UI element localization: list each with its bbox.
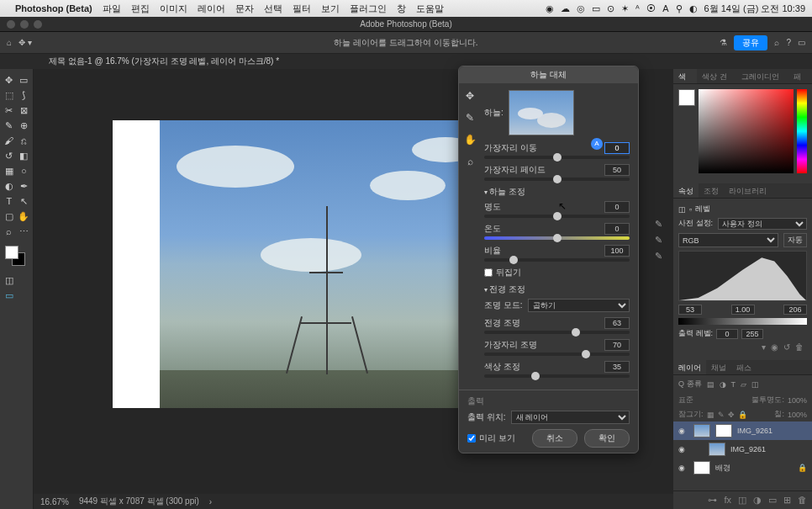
lock-pos-icon[interactable]: ✥ (728, 411, 735, 419)
layer-name[interactable]: 배경 (715, 463, 730, 474)
menu-filter[interactable]: 필터 (293, 3, 311, 15)
close-window-icon[interactable] (7, 20, 15, 29)
more-tool-icon[interactable]: ⋯ (17, 224, 32, 239)
control-center-icon[interactable]: ◐ (689, 3, 698, 14)
trash-icon[interactable]: 🗑 (798, 495, 807, 506)
zoom-icon[interactable]: ⌕ (462, 154, 477, 169)
white-eyedropper-icon[interactable]: ✎ (655, 251, 662, 262)
layer-name[interactable]: IMG_9261 (737, 427, 772, 435)
brush-tool-icon[interactable]: 🖌 (2, 133, 17, 148)
tab-swatches[interactable]: 색상 견본 (697, 69, 736, 83)
menu-file[interactable]: 파일 (103, 3, 121, 15)
menu-help[interactable]: 도움말 (416, 3, 444, 15)
visibility-icon[interactable]: ◉ (678, 427, 688, 435)
layer-item[interactable]: ◉ 배경 🔒 (673, 459, 812, 477)
temperature-slider[interactable] (484, 236, 630, 240)
status-icon[interactable]: ☁ (561, 3, 570, 14)
status-icon[interactable]: ◉ (546, 3, 554, 14)
lasso-tool-icon[interactable]: ⟆ (17, 87, 32, 103)
edge-fade-input[interactable] (604, 164, 630, 176)
edge-fade-slider[interactable] (484, 178, 630, 181)
link-icon[interactable]: ⊶ (708, 495, 717, 506)
layer-name[interactable]: IMG_9261 (730, 445, 766, 453)
fg-color[interactable] (5, 246, 18, 259)
zoom-level[interactable]: 16.67% (40, 497, 69, 506)
menu-window[interactable]: 창 (397, 3, 406, 15)
sky-preset-picker[interactable] (509, 90, 574, 135)
tab-color[interactable]: 색상 (673, 69, 697, 83)
frame-tool-icon[interactable]: ⊠ (17, 103, 32, 118)
beaker-icon[interactable]: ⚗ (720, 38, 727, 47)
new-layer-icon[interactable]: ⊞ (783, 495, 791, 506)
artboard-tool-icon[interactable]: ▭ (17, 72, 32, 87)
fill-value[interactable]: 100% (788, 411, 807, 419)
share-button[interactable]: 공유 (734, 35, 767, 50)
history-brush-icon[interactable]: ↺ (2, 148, 17, 163)
layer-item[interactable]: ◉ IMG_9261 (673, 440, 812, 459)
filter-shape-icon[interactable]: ▱ (741, 380, 746, 389)
output-to-select[interactable]: 새 레이어 (511, 411, 630, 424)
temperature-input[interactable] (604, 223, 630, 235)
brightness-input[interactable] (604, 201, 630, 213)
hand-icon[interactable]: ✋ (462, 132, 477, 147)
layer-mask-thumb[interactable] (715, 424, 732, 437)
layer-thumb[interactable] (693, 461, 710, 475)
help-icon[interactable]: ? (786, 38, 791, 47)
color-adj-input[interactable] (604, 361, 630, 373)
tab-channels[interactable]: 채널 (706, 360, 731, 374)
tab-libraries[interactable]: 라이브러리 (724, 183, 772, 198)
filter-type-icon[interactable]: T (731, 380, 736, 389)
brightness-slider[interactable] (484, 215, 630, 218)
status-icon[interactable]: ✶ (621, 3, 629, 14)
shape-tool-icon[interactable]: ▢ (2, 209, 17, 224)
channel-select[interactable]: RGB (678, 233, 778, 247)
edge-light-slider[interactable] (484, 353, 630, 356)
document-tab[interactable]: 제목 없음-1 @ 16.7% (가장자리 조명 레벨, 레이어 마스크/8) … (42, 54, 286, 69)
layer-thumb[interactable] (709, 443, 725, 456)
menu-type[interactable]: 문자 (235, 3, 254, 15)
menu-layer[interactable]: 레이어 (198, 3, 225, 15)
marquee-tool-icon[interactable]: ⬚ (2, 87, 17, 103)
workspace-icon[interactable]: ▭ (798, 38, 805, 47)
preset-select[interactable]: 사용자 정의 (718, 218, 807, 230)
hand-tool-icon[interactable]: ✋ (17, 209, 32, 224)
pen-tool-icon[interactable]: ✒ (17, 178, 32, 194)
adjustment-icon[interactable]: ◑ (753, 495, 762, 506)
dodge-tool-icon[interactable]: ◐ (2, 178, 17, 194)
black-point-input[interactable] (678, 305, 702, 315)
edge-light-input[interactable] (604, 339, 630, 351)
minimize-window-icon[interactable] (20, 20, 29, 29)
fg-light-slider[interactable] (484, 331, 630, 334)
filter-smart-icon[interactable]: ◫ (751, 380, 759, 389)
move-tool-icon[interactable]: ✥ ▾ (18, 38, 32, 47)
color-adj-slider[interactable] (484, 374, 630, 378)
menu-edit[interactable]: 편집 (131, 3, 150, 15)
eraser-tool-icon[interactable]: ◧ (17, 148, 32, 163)
blend-mode-select[interactable]: 표준 (678, 395, 693, 406)
tab-layers[interactable]: 레이어 (673, 360, 706, 374)
lock-all-icon[interactable]: 🔒 (738, 411, 747, 419)
move-sky-icon[interactable]: ✥ (462, 88, 477, 103)
filter-adj-icon[interactable]: ◑ (720, 380, 726, 389)
status-icon[interactable]: ◎ (577, 3, 585, 14)
wifi-icon[interactable]: ⚲ (676, 3, 683, 14)
menu-image[interactable]: 이미지 (160, 3, 187, 15)
gray-eyedropper-icon[interactable]: ✎ (655, 235, 662, 246)
black-eyedropper-icon[interactable]: ✎ (655, 219, 662, 230)
crop-tool-icon[interactable]: ✂ (2, 103, 17, 118)
opacity-value[interactable]: 100% (788, 396, 807, 405)
gradient-tool-icon[interactable]: ▦ (2, 163, 17, 178)
visibility-icon[interactable]: ◉ (678, 445, 688, 453)
preview-checkbox[interactable] (467, 434, 476, 443)
view-icon[interactable]: ◉ (771, 342, 778, 352)
move-tool-icon[interactable]: ✥ (2, 72, 17, 87)
stamp-tool-icon[interactable]: ⎌ (17, 133, 32, 148)
visibility-icon[interactable]: ◉ (678, 464, 688, 472)
status-icon[interactable]: ⊙ (607, 3, 614, 14)
app-name[interactable]: Photoshop (Beta) (15, 3, 92, 13)
color-swatch[interactable] (5, 246, 25, 266)
flip-checkbox[interactable] (484, 268, 493, 277)
tab-properties[interactable]: 속성 (673, 183, 699, 198)
menu-plugins[interactable]: 플러그인 (350, 3, 387, 15)
heal-tool-icon[interactable]: ⊕ (17, 118, 32, 133)
